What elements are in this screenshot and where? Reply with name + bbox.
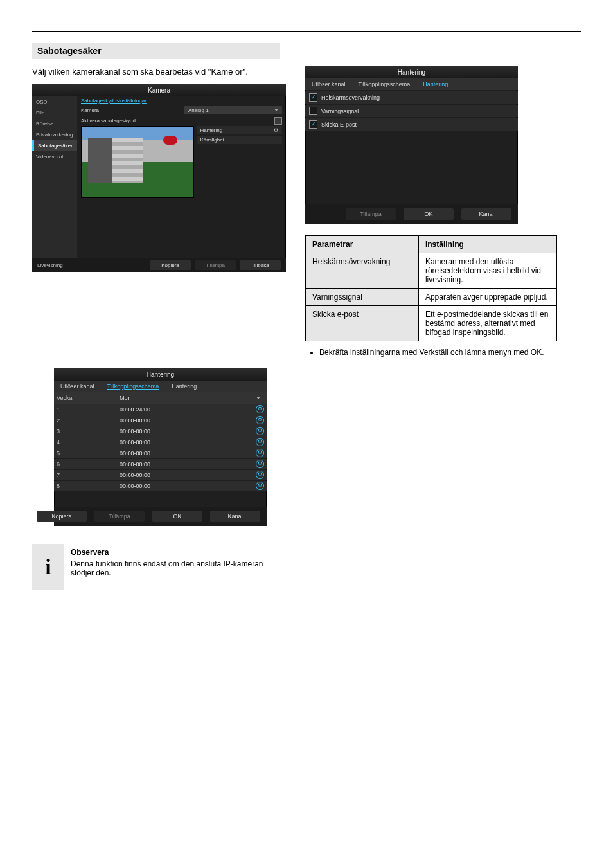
table-cell: Apparaten avger upprepade pipljud. — [418, 289, 556, 306]
camera-field-label: Kamera — [81, 107, 184, 113]
checkbox-icon[interactable] — [309, 107, 317, 115]
option-label: Helskärmsövervakning — [321, 95, 380, 101]
col-week: Vecka — [57, 395, 120, 401]
gear-icon[interactable]: ⚙ — [256, 416, 264, 424]
chevron-down-icon — [256, 397, 260, 399]
row-time: 00:00-00:00 — [120, 428, 253, 435]
schedule-row[interactable]: 200:00-00:00⚙ — [54, 415, 267, 426]
row-index: 6 — [57, 461, 120, 467]
sidebar-item[interactable]: Bild — [32, 107, 77, 118]
table-cell: Kameran med den utlösta rörelsedetektorn… — [418, 253, 556, 289]
tab-schedule[interactable]: Tillkopplingsschema — [101, 381, 166, 392]
schedule-row[interactable]: 800:00-00:00⚙ — [54, 481, 267, 491]
panel-title: Hantering — [305, 66, 518, 78]
field-label: Känslighet — [200, 137, 224, 143]
day-dropdown[interactable]: Mon — [120, 395, 264, 401]
schedule-row[interactable]: 300:00-00:00⚙ — [54, 426, 267, 437]
row-index: 3 — [57, 428, 120, 435]
activate-checkbox[interactable] — [274, 117, 282, 125]
table-cell: Helskärmsövervakning — [306, 253, 419, 289]
table-header: Inställning — [418, 236, 556, 253]
tab-trigger-channel[interactable]: Utlöser kanal — [305, 78, 352, 90]
info-heading: Observera — [71, 548, 280, 557]
camera-sidebar: OSD Bild Rörelse Privatmaskering Sabotag… — [32, 96, 77, 258]
tab-handling[interactable]: Hantering — [416, 78, 454, 90]
option-label: Skicka E-post — [321, 122, 357, 128]
gear-icon: ⚙ — [274, 127, 278, 133]
tab-handling[interactable]: Hantering — [165, 381, 203, 392]
row-time: 00:00-00:00 — [120, 450, 253, 457]
checkbox-icon[interactable]: ✓ — [309, 120, 317, 129]
ok-button[interactable]: OK — [404, 208, 454, 220]
action-option[interactable]: ✓Helskärmsövervakning — [305, 91, 518, 104]
chevron-down-icon — [274, 109, 278, 111]
field-label: Hantering — [200, 127, 223, 133]
info-text: Denna funktion finns endast om den anslu… — [71, 559, 280, 577]
action-panel: Hantering Utlöser kanal Tillkopplingssch… — [305, 66, 518, 224]
gear-icon[interactable]: ⚙ — [256, 438, 264, 446]
tab-trigger-channel[interactable]: Utlöser kanal — [54, 381, 101, 392]
checkbox-icon[interactable]: ✓ — [309, 93, 317, 102]
schedule-row[interactable]: 600:00-00:00⚙ — [54, 459, 267, 469]
row-time: 00:00-00:00 — [120, 417, 253, 424]
back-button[interactable]: Tillbaka — [240, 260, 281, 270]
row-time: 00:00-00:00 — [120, 439, 253, 446]
bullet-text: Bekräfta inställningarna med Verkställ o… — [319, 348, 559, 357]
table-header: Parametrar — [306, 236, 419, 253]
tab-schedule[interactable]: Tillkopplingsschema — [352, 78, 417, 90]
copy-button[interactable]: Kopiera — [37, 511, 87, 522]
gear-icon[interactable]: ⚙ — [256, 449, 264, 457]
schedule-panel: Hantering Utlöser kanal Tillkopplingssch… — [54, 368, 267, 526]
top-rule — [32, 31, 581, 32]
schedule-row[interactable]: 100:00-24:00⚙ — [54, 404, 267, 415]
intro-paragraph: Välj vilken kamerakanal som ska bearbeta… — [32, 66, 286, 78]
cancel-button[interactable]: Kanal — [210, 511, 260, 522]
tab-row: Utlöser kanal Tillkopplingsschema Hanter… — [54, 381, 267, 392]
gear-icon[interactable]: ⚙ — [256, 460, 264, 468]
settings-link[interactable]: Sabotageskyddsinställningar — [77, 96, 286, 105]
sidebar-item[interactable]: Videoavbrott — [32, 151, 77, 162]
gear-icon[interactable]: ⚙ — [256, 482, 264, 490]
apply-button[interactable]: Tillämpa — [94, 511, 145, 522]
sidebar-item[interactable]: Rörelse — [32, 118, 77, 129]
cancel-button[interactable]: Kanal — [461, 208, 511, 220]
row-index: 4 — [57, 439, 120, 446]
hantering-field[interactable]: Hantering ⚙ — [197, 126, 282, 134]
table-cell: Varningssignal — [306, 289, 419, 306]
sidebar-item[interactable]: OSD — [32, 96, 77, 107]
tab-row: Utlöser kanal Tillkopplingsschema Hanter… — [305, 78, 518, 90]
row-time: 00:00-00:00 — [120, 461, 253, 467]
panel-title: Kamera — [32, 84, 286, 96]
live-view-link[interactable]: Livevisning — [37, 262, 63, 268]
gear-icon[interactable]: ⚙ — [256, 471, 264, 479]
camera-dropdown[interactable]: Analog 1 — [184, 106, 282, 114]
copy-button[interactable]: Kopiera — [150, 260, 191, 270]
info-table: Parametrar Inställning Helskärmsövervakn… — [305, 235, 557, 341]
sidebar-item-selected[interactable]: Sabotagesäker — [32, 140, 77, 151]
row-time: 00:00-00:00 — [120, 472, 253, 478]
section-heading: Sabotagesäker — [32, 43, 280, 59]
action-option[interactable]: Varningssignal — [305, 105, 518, 117]
action-option[interactable]: ✓Skicka E-post — [305, 118, 518, 131]
schedule-row[interactable]: 500:00-00:00⚙ — [54, 448, 267, 458]
ok-button[interactable]: OK — [152, 511, 202, 522]
schedule-row[interactable]: 700:00-00:00⚙ — [54, 470, 267, 480]
camera-settings-panel: Kamera OSD Bild Rörelse Privatmaskering … — [32, 84, 286, 272]
panel-title: Hantering — [54, 368, 267, 381]
gear-icon[interactable]: ⚙ — [256, 405, 264, 413]
gear-icon[interactable]: ⚙ — [256, 427, 264, 435]
apply-button[interactable]: Tillämpa — [346, 208, 396, 220]
info-icon: i — [32, 544, 64, 590]
row-time: 00:00-24:00 — [120, 406, 253, 413]
sidebar-item[interactable]: Privatmaskering — [32, 129, 77, 140]
sensitivity-field[interactable]: Känslighet — [197, 136, 282, 144]
camera-dropdown-value: Analog 1 — [188, 107, 209, 113]
row-index: 8 — [57, 483, 120, 489]
apply-button[interactable]: Tillämpa — [195, 260, 236, 270]
row-time: 00:00-00:00 — [120, 483, 253, 489]
camera-preview — [81, 126, 194, 198]
activate-field-label: Aktivera sabotageskydd — [81, 118, 274, 123]
option-label: Varningssignal — [321, 108, 359, 114]
info-callout: i Observera Denna funktion finns endast … — [32, 544, 286, 590]
schedule-row[interactable]: 400:00-00:00⚙ — [54, 437, 267, 448]
